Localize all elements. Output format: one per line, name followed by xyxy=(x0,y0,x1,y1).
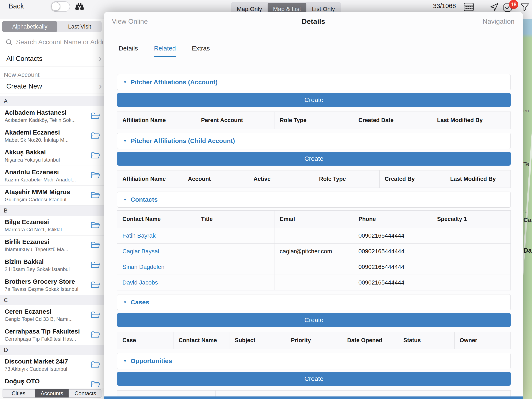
table-header-row: Affiliation NameParent AccountRole TypeC… xyxy=(117,112,511,129)
table-cell xyxy=(196,275,275,290)
section-header-pitcher-affiliations-child-account[interactable]: ▼Pitcher Affiliations (Child Account) xyxy=(117,133,511,149)
folder-icon[interactable] xyxy=(90,152,101,159)
tab-contacts[interactable]: Contacts xyxy=(69,389,102,398)
map-label: Ca xyxy=(523,216,531,223)
section-letter: A xyxy=(0,96,104,106)
folder-icon[interactable] xyxy=(90,191,101,199)
binoculars-icon[interactable] xyxy=(74,2,85,11)
account-list-item[interactable]: Bilge EczanesiMarmara Cd No:1, İstiklal.… xyxy=(0,216,104,235)
modal-title: Details xyxy=(104,12,523,31)
account-list-item[interactable]: Acibadem HastanesiAcıbadem Kadıköy, Teki… xyxy=(0,106,104,126)
filter-funnel-icon[interactable] xyxy=(520,2,530,12)
create-button[interactable]: Create xyxy=(117,152,511,166)
chevron-right-icon: › xyxy=(99,81,102,91)
table-row: David Jacobs00902165444444 xyxy=(117,275,511,290)
create-new-label: Create New xyxy=(6,82,42,90)
toggle-switch[interactable] xyxy=(51,1,70,12)
table-row: Fatih Bayrak00902165444444 xyxy=(117,228,511,243)
record-link[interactable]: David Jacobs xyxy=(117,275,196,290)
section-letter: B xyxy=(0,205,104,216)
calendar-icon[interactable] xyxy=(463,2,474,11)
column-header: Affiliation Name xyxy=(117,112,196,129)
create-button[interactable]: Create xyxy=(117,93,511,107)
column-header: Specialty 1 xyxy=(432,211,511,228)
folder-icon[interactable] xyxy=(90,112,101,120)
tab-related[interactable]: Related xyxy=(154,45,176,57)
table-row: Sinan Dagdelen00902165444444 xyxy=(117,259,511,275)
table-header-row: CaseContact NameSubjectPriorityDate Open… xyxy=(117,332,511,349)
account-address: Marmara Cd No:1, İstiklal... xyxy=(5,226,84,233)
account-name: Akademi Eczanesi xyxy=(5,128,84,137)
tab-details[interactable]: Details xyxy=(118,45,139,57)
account-list-item[interactable]: Akkuş BakkalNişanca Yokuşu Istanbul xyxy=(0,146,104,166)
map-region: eriTefaCaDarıc xyxy=(523,19,532,399)
table-cell xyxy=(275,228,354,243)
record-link[interactable]: Caglar Baysal xyxy=(117,243,196,259)
account-list-item[interactable]: Anadolu EczanesiKazım Karabekir Mah. Ana… xyxy=(0,166,104,186)
account-name: Bizim Bakkal xyxy=(5,257,84,266)
table-cell xyxy=(275,275,354,290)
table-cell xyxy=(432,243,511,259)
section-header-cases[interactable]: ▼Cases xyxy=(117,294,511,310)
notification-badge: 18 xyxy=(509,0,518,9)
column-header: Case xyxy=(117,332,173,349)
section-opportunities: ▼OpportunitiesCreateOpportunity NameStag… xyxy=(117,353,511,399)
folder-icon[interactable] xyxy=(90,132,101,140)
navigation-button[interactable]: Navigation xyxy=(483,12,514,31)
account-list-item[interactable]: Ceren EczanesiCengiz Topel Cd 33 B, Namı… xyxy=(0,305,104,325)
account-name: Bilge Eczanesi xyxy=(5,217,84,226)
section-header-pitcher-affiliations-account[interactable]: ▼Pitcher Affiliations (Account) xyxy=(117,74,511,90)
column-header: Parent Account xyxy=(196,112,275,129)
folder-icon[interactable] xyxy=(90,261,101,269)
folder-icon[interactable] xyxy=(90,331,101,339)
folder-icon[interactable] xyxy=(90,361,101,369)
navigation-arrow-icon[interactable] xyxy=(489,2,499,12)
folder-icon[interactable] xyxy=(90,221,101,229)
record-link[interactable]: Fatih Bayrak xyxy=(117,228,196,243)
account-list-item[interactable]: Discount Market 24/773 Akbıyık Caddesi I… xyxy=(0,355,104,375)
folder-icon[interactable] xyxy=(90,381,101,388)
column-header: Status xyxy=(398,332,454,349)
back-button[interactable]: Back xyxy=(8,0,24,12)
search-bar xyxy=(0,35,104,49)
account-list-item[interactable]: Birlik EczanesiIhlamurkuyu, Tepeüstü Ma.… xyxy=(0,235,104,255)
column-header: Title xyxy=(196,211,275,228)
create-new-item[interactable]: Create New › xyxy=(0,78,104,94)
account-address: 2 Hüsam Bey Sokak Istanbul xyxy=(5,266,84,273)
column-header: Phone xyxy=(353,211,432,228)
tab-accounts[interactable]: Accounts xyxy=(35,389,68,398)
section-header-opportunities[interactable]: ▼Opportunities xyxy=(117,353,511,369)
search-input[interactable] xyxy=(16,39,104,46)
modal-header: View Online Details Navigation xyxy=(104,12,523,31)
account-list-item[interactable]: Cerrahpasa Tip FakultesiCerrahpaşa Tıp F… xyxy=(0,325,104,345)
table-header-row: Affiliation NameAccountActiveRole TypeCr… xyxy=(117,170,511,188)
sort-last-visit[interactable]: Last Visit xyxy=(57,21,102,32)
collapse-triangle-icon: ▼ xyxy=(123,80,127,84)
folder-icon[interactable] xyxy=(90,281,101,289)
account-list-item[interactable]: Akademi EczanesiMabet Sk No:20, İnkılap … xyxy=(0,126,104,146)
section-header-contacts[interactable]: ▼Contacts xyxy=(117,192,511,208)
map-label: eri xyxy=(523,108,529,114)
table-cell xyxy=(196,228,275,243)
sort-alphabetically[interactable]: Alphabetically xyxy=(2,21,57,32)
section-contacts: ▼ContactsContact NameTitleEmailPhoneSpec… xyxy=(117,192,511,290)
account-list-item[interactable]: Ataşehir MMM MigrosGülibrişim Caddesi Is… xyxy=(0,186,104,205)
account-list-item[interactable]: Bizim Bakkal2 Hüsam Bey Sokak Istanbul xyxy=(0,255,104,275)
table-cell: 00902165444444 xyxy=(353,275,432,290)
create-button[interactable]: Create xyxy=(117,372,511,386)
toggle-knob xyxy=(51,2,60,11)
account-name: Discount Market 24/7 xyxy=(5,357,84,366)
tab-extras[interactable]: Extras xyxy=(191,45,210,57)
account-list-item[interactable]: Brothers Grocery Store7a Tavası Çeşme So… xyxy=(0,275,104,295)
all-contacts-item[interactable]: All Contacts › xyxy=(0,51,104,67)
table-pitcher-affiliations-account: Affiliation NameParent AccountRole TypeC… xyxy=(117,111,511,129)
create-button[interactable]: Create xyxy=(117,313,511,327)
folder-icon[interactable] xyxy=(90,171,101,179)
tab-cities[interactable]: Cities xyxy=(2,389,35,398)
folder-icon[interactable] xyxy=(90,311,101,319)
map-label: Te xyxy=(523,161,529,168)
details-modal: View Online Details Navigation Details R… xyxy=(104,12,523,399)
record-link[interactable]: Sinan Dagdelen xyxy=(117,259,196,275)
section-letter: D xyxy=(0,345,104,355)
folder-icon[interactable] xyxy=(90,241,101,249)
